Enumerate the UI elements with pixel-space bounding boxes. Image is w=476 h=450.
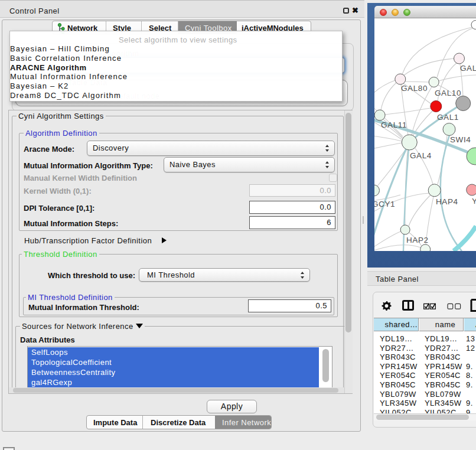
svg-text:HAP4: HAP4 xyxy=(436,197,458,206)
svg-text:GCY1: GCY1 xyxy=(374,200,395,208)
svg-text:SWI4: SWI4 xyxy=(450,135,471,144)
svg-text:GAL10: GAL10 xyxy=(435,89,461,97)
svg-text:GAL4: GAL4 xyxy=(410,151,432,160)
svg-text:GAL2: GAL2 xyxy=(460,64,476,73)
svg-text:GAL80: GAL80 xyxy=(401,84,428,93)
svg-text:GAL11: GAL11 xyxy=(381,120,407,129)
svg-text:GAL1: GAL1 xyxy=(437,113,459,122)
svg-text:HAP2: HAP2 xyxy=(406,236,429,244)
svg-text:Y: Y xyxy=(472,197,476,206)
